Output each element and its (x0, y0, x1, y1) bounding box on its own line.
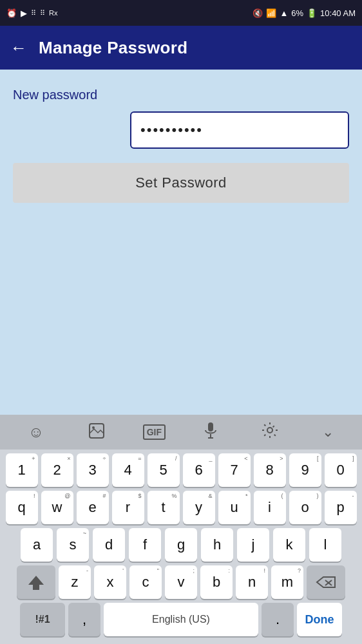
grid-icon: ⠿ (31, 9, 36, 17)
time-display: 10:40 AM (320, 8, 356, 18)
settings-button[interactable] (255, 418, 285, 446)
key-z[interactable]: -z (59, 565, 91, 599)
period-button[interactable]: . (262, 603, 294, 636)
content-area: New password Set Password (0, 70, 362, 366)
keyboard-rows: +1 ×2 ÷3 =4 /5 _6 <7 >8 [9 ]0 !q @w #e $… (0, 450, 362, 641)
symbol-button[interactable]: !#1 (20, 603, 65, 636)
shift-button[interactable] (17, 565, 55, 599)
backspace-button[interactable] (307, 565, 345, 599)
a-row: a ~s d f g h j k l (3, 528, 359, 562)
battery-percent: 6% (291, 8, 303, 18)
key-v[interactable]: ;v (165, 565, 197, 599)
field-label: New password (13, 88, 349, 102)
key-e[interactable]: #e (77, 491, 109, 524)
svg-point-1 (92, 426, 95, 429)
key-o[interactable]: )o (289, 491, 321, 524)
back-button[interactable]: ← (10, 38, 27, 58)
comma-button[interactable]: , (68, 603, 100, 636)
key-r[interactable]: $r (112, 491, 144, 524)
key-7[interactable]: <7 (218, 453, 251, 487)
play-icon: ▶ (21, 8, 27, 18)
key-b[interactable]: :b (200, 565, 233, 599)
emoji-button[interactable]: ☺ (22, 419, 51, 445)
key-m[interactable]: ?m (271, 565, 303, 599)
key-0[interactable]: ]0 (325, 453, 357, 487)
collapse-button[interactable]: ⌄ (316, 420, 340, 444)
sticker-button[interactable] (81, 418, 112, 447)
gif-button[interactable]: GIF (143, 424, 166, 440)
svg-rect-2 (208, 422, 213, 431)
clock-icon: ⏰ (6, 8, 17, 18)
svg-point-5 (267, 428, 272, 433)
key-1[interactable]: +1 (6, 453, 38, 487)
key-j[interactable]: j (237, 528, 269, 562)
app-bar: ← Manage Password (0, 26, 362, 70)
key-p[interactable]: -p (325, 491, 357, 524)
key-t[interactable]: %t (148, 491, 180, 524)
key-l[interactable]: l (309, 528, 341, 562)
svg-marker-6 (28, 576, 44, 590)
mute-icon: 🔇 (252, 8, 263, 18)
status-icons-left: ⏰ ▶ ⠿ ⠿ Rx (6, 8, 57, 18)
password-input[interactable] (130, 111, 349, 149)
bottom-row: !#1 , English (US) . Done (3, 603, 359, 636)
key-9[interactable]: [9 (289, 453, 321, 487)
mic-button[interactable] (196, 417, 225, 447)
key-h[interactable]: h (201, 528, 233, 562)
key-8[interactable]: >8 (254, 453, 286, 487)
key-k[interactable]: k (273, 528, 305, 562)
grid2-icon: ⠿ (40, 9, 45, 17)
keyboard-toolbar: ☺ GIF ⌄ (0, 415, 362, 450)
key-a[interactable]: a (21, 528, 53, 562)
key-2[interactable]: ×2 (41, 453, 73, 487)
rx-icon: Rx (49, 9, 57, 17)
wifi-icon: 📶 (266, 8, 276, 18)
key-i[interactable]: (i (254, 491, 286, 524)
page-title: Manage Password (39, 38, 187, 58)
password-input-wrapper (13, 111, 349, 149)
key-q[interactable]: !q (6, 491, 38, 524)
key-x[interactable]: 'x (94, 565, 126, 599)
key-6[interactable]: _6 (183, 453, 215, 487)
keyboard: ☺ GIF ⌄ +1 (0, 415, 362, 644)
battery-icon: 🔋 (307, 8, 317, 18)
status-icons-right: 🔇 📶 ▲ 6% 🔋 10:40 AM (252, 8, 356, 18)
set-password-button[interactable]: Set Password (13, 163, 349, 203)
signal-icon: ▲ (280, 8, 288, 18)
key-4[interactable]: =4 (112, 453, 144, 487)
status-bar: ⏰ ▶ ⠿ ⠿ Rx 🔇 📶 ▲ 6% 🔋 10:40 AM (0, 0, 362, 26)
key-u[interactable]: *u (218, 491, 251, 524)
key-d[interactable]: d (93, 528, 125, 562)
key-3[interactable]: ÷3 (77, 453, 109, 487)
key-n[interactable]: !n (236, 565, 268, 599)
done-button[interactable]: Done (297, 603, 342, 636)
key-f[interactable]: f (129, 528, 161, 562)
key-5[interactable]: /5 (148, 453, 180, 487)
space-button[interactable]: English (US) (104, 603, 258, 636)
key-s[interactable]: ~s (57, 528, 89, 562)
key-g[interactable]: g (165, 528, 197, 562)
z-row: -z 'x "c ;v :b !n ?m (3, 565, 359, 599)
q-row: !q @w #e $r %t &y *u (i )o -p (3, 491, 359, 524)
key-w[interactable]: @w (41, 491, 73, 524)
key-y[interactable]: &y (183, 491, 215, 524)
key-c[interactable]: "c (129, 565, 162, 599)
number-row: +1 ×2 ÷3 =4 /5 _6 <7 >8 [9 ]0 (3, 453, 359, 487)
